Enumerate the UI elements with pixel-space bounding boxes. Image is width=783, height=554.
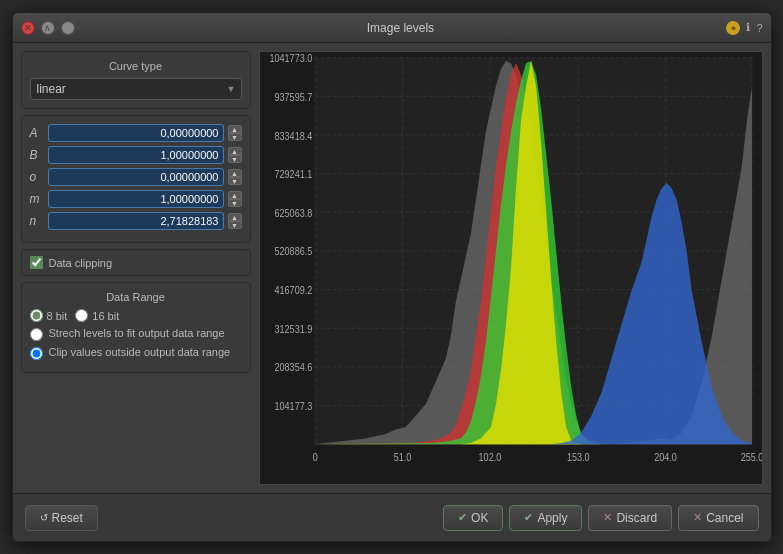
data-clipping-label: Data clipping bbox=[49, 257, 113, 269]
content-area: Curve type linear spline power A ▲ ▼ bbox=[13, 43, 771, 493]
close-icon: ✕ bbox=[24, 23, 32, 33]
reset-icon: ↺ bbox=[40, 512, 48, 523]
svg-text:153.0: 153.0 bbox=[566, 452, 589, 464]
discard-x-icon: ✕ bbox=[603, 511, 612, 524]
apply-check-icon: ✔ bbox=[524, 511, 533, 524]
minimize-icon: ∧ bbox=[44, 23, 51, 33]
lamp-icon: ● bbox=[726, 21, 740, 35]
apply-button[interactable]: ✔ Apply bbox=[509, 505, 582, 531]
curve-type-section: Curve type linear spline power bbox=[21, 51, 251, 109]
maximize-button[interactable] bbox=[61, 21, 75, 35]
param-n-up[interactable]: ▲ bbox=[228, 213, 242, 221]
param-b-spinner: ▲ ▼ bbox=[228, 147, 242, 163]
main-window: ✕ ∧ Image levels ● ℹ ? Curve type bbox=[12, 12, 772, 542]
svg-text:255.0: 255.0 bbox=[740, 452, 761, 464]
param-a-label: A bbox=[30, 126, 44, 140]
param-a-down[interactable]: ▼ bbox=[228, 133, 242, 141]
apply-label: Apply bbox=[537, 511, 567, 525]
param-a-input[interactable] bbox=[48, 124, 224, 142]
svg-text:312531.9: 312531.9 bbox=[274, 323, 312, 335]
param-n-spinner: ▲ ▼ bbox=[228, 213, 242, 229]
cancel-button[interactable]: ✕ Cancel bbox=[678, 505, 758, 531]
cancel-label: Cancel bbox=[706, 511, 743, 525]
titlebar-right: ● ℹ ? bbox=[726, 21, 762, 35]
params-section: A ▲ ▼ B ▲ ▼ o bbox=[21, 115, 251, 243]
param-row-a: A ▲ ▼ bbox=[30, 124, 242, 142]
data-clipping-row: Data clipping bbox=[21, 249, 251, 276]
svg-text:625063.8: 625063.8 bbox=[274, 207, 312, 219]
param-m-up[interactable]: ▲ bbox=[228, 191, 242, 199]
bottom-bar: ↺ Reset ✔ OK ✔ Apply ✕ Discard ✕ Cancel bbox=[13, 493, 771, 541]
stretch-option: Strech levels to fit output data range bbox=[30, 326, 242, 341]
param-m-label: m bbox=[30, 192, 44, 206]
window-title: Image levels bbox=[75, 21, 727, 35]
reset-button[interactable]: ↺ Reset bbox=[25, 505, 98, 531]
param-o-spinner: ▲ ▼ bbox=[228, 169, 242, 185]
svg-text:208354.6: 208354.6 bbox=[274, 362, 312, 374]
minimize-button[interactable]: ∧ bbox=[41, 21, 55, 35]
discard-label: Discard bbox=[616, 511, 657, 525]
discard-button[interactable]: ✕ Discard bbox=[588, 505, 672, 531]
info-icon[interactable]: ℹ bbox=[746, 21, 750, 34]
data-range-section: Data Range 8 bit 16 bit Strech levels to… bbox=[21, 282, 251, 373]
svg-text:729241.1: 729241.1 bbox=[274, 169, 312, 181]
param-o-up[interactable]: ▲ bbox=[228, 169, 242, 177]
param-o-down[interactable]: ▼ bbox=[228, 177, 242, 185]
16bit-label: 16 bit bbox=[75, 309, 119, 322]
svg-text:416709.2: 416709.2 bbox=[274, 285, 312, 297]
left-panel: Curve type linear spline power A ▲ ▼ bbox=[21, 51, 251, 485]
bit-range-row: 8 bit 16 bit bbox=[30, 309, 242, 322]
svg-text:833418.4: 833418.4 bbox=[274, 130, 312, 142]
param-m-spinner: ▲ ▼ bbox=[228, 191, 242, 207]
svg-text:51.0: 51.0 bbox=[393, 452, 411, 464]
8bit-radio[interactable] bbox=[30, 309, 43, 322]
svg-text:0: 0 bbox=[312, 452, 317, 464]
param-a-up[interactable]: ▲ bbox=[228, 125, 242, 133]
stretch-radio[interactable] bbox=[30, 328, 43, 341]
16bit-radio[interactable] bbox=[75, 309, 88, 322]
data-clipping-checkbox[interactable] bbox=[30, 256, 43, 269]
reset-label: Reset bbox=[52, 511, 83, 525]
param-row-o: o ▲ ▼ bbox=[30, 168, 242, 186]
titlebar-buttons: ✕ ∧ bbox=[21, 21, 75, 35]
param-n-label: n bbox=[30, 214, 44, 228]
ok-label: OK bbox=[471, 511, 488, 525]
param-b-up[interactable]: ▲ bbox=[228, 147, 242, 155]
data-range-label: Data Range bbox=[30, 291, 242, 303]
param-a-spinner: ▲ ▼ bbox=[228, 125, 242, 141]
curve-type-select-wrapper: linear spline power bbox=[30, 78, 242, 100]
svg-text:520886.5: 520886.5 bbox=[274, 246, 312, 258]
8bit-label: 8 bit bbox=[30, 309, 68, 322]
cancel-x-icon: ✕ bbox=[693, 511, 702, 524]
ok-check-icon: ✔ bbox=[458, 511, 467, 524]
param-row-m: m ▲ ▼ bbox=[30, 190, 242, 208]
clip-label: Clip values outside output data range bbox=[49, 345, 231, 359]
param-m-input[interactable] bbox=[48, 190, 224, 208]
svg-text:204.0: 204.0 bbox=[654, 452, 677, 464]
curve-type-select[interactable]: linear spline power bbox=[30, 78, 242, 100]
histogram-svg: 1041773.0 937595.7 833418.4 729241.1 625… bbox=[260, 52, 762, 484]
clip-radio[interactable] bbox=[30, 347, 43, 360]
param-b-down[interactable]: ▼ bbox=[228, 155, 242, 163]
param-b-input[interactable] bbox=[48, 146, 224, 164]
param-o-input[interactable] bbox=[48, 168, 224, 186]
close-button[interactable]: ✕ bbox=[21, 21, 35, 35]
param-row-n: n ▲ ▼ bbox=[30, 212, 242, 230]
titlebar: ✕ ∧ Image levels ● ℹ ? bbox=[13, 13, 771, 43]
bottom-right: ✔ OK ✔ Apply ✕ Discard ✕ Cancel bbox=[443, 505, 758, 531]
clip-option: Clip values outside output data range bbox=[30, 345, 242, 360]
svg-text:104177.3: 104177.3 bbox=[274, 401, 312, 413]
param-m-down[interactable]: ▼ bbox=[228, 199, 242, 207]
param-n-input[interactable] bbox=[48, 212, 224, 230]
svg-text:102.0: 102.0 bbox=[478, 452, 501, 464]
histogram-container: 1041773.0 937595.7 833418.4 729241.1 625… bbox=[259, 51, 763, 485]
ok-button[interactable]: ✔ OK bbox=[443, 505, 503, 531]
help-icon[interactable]: ? bbox=[756, 22, 762, 34]
stretch-label: Strech levels to fit output data range bbox=[49, 326, 225, 340]
bottom-left: ↺ Reset bbox=[25, 505, 98, 531]
param-o-label: o bbox=[30, 170, 44, 184]
svg-text:937595.7: 937595.7 bbox=[274, 91, 312, 103]
right-panel: 1041773.0 937595.7 833418.4 729241.1 625… bbox=[259, 51, 763, 485]
svg-text:1041773.0: 1041773.0 bbox=[269, 53, 312, 65]
param-n-down[interactable]: ▼ bbox=[228, 221, 242, 229]
